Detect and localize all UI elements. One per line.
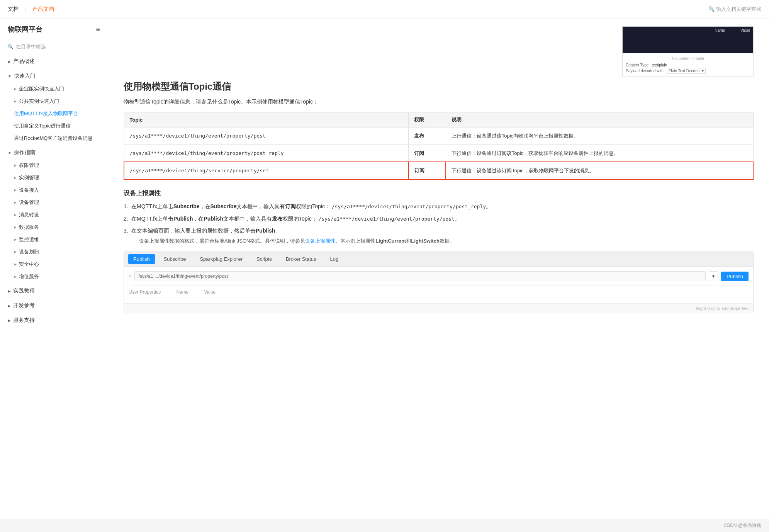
search-icon: 🔍 xyxy=(708,6,715,12)
section-label-quickstart: 快速入门 xyxy=(14,73,36,80)
sidebar-item-device-access[interactable]: ▶ 设备接入 xyxy=(0,184,108,196)
cell-topic-1: /sys/a1****/device1/thing/event/property… xyxy=(124,127,409,145)
steps-list: 在MQTT.fx上单击Subscribe，在Subscribe文本框中，输入具有… xyxy=(124,202,754,245)
section-operations: ▼ 操作指南 ▶ 权限管理 ▶ 实例管理 ▶ 设备接入 ▶ 设备管理 ▶ 消息转… xyxy=(0,146,108,283)
sidebar-item-instance[interactable]: ▶ 实例管理 xyxy=(0,172,108,184)
top-nav: 文档 | 产品文档 🔍 输入文档关键字查找 xyxy=(0,0,769,19)
item-label: 权限管理 xyxy=(19,162,39,169)
step-3-sub: 设备上报属性数据的格式，需符合标准Alink JSON格式。具体说明，请参见设备… xyxy=(131,237,754,245)
item-label: 公共实例快速入门 xyxy=(19,98,59,105)
search-placeholder: 输入文档关键字查找 xyxy=(716,6,761,12)
item-label: 设备划归 xyxy=(19,248,39,255)
sidebar-item-value-added[interactable]: ▶ 增值服务 xyxy=(0,270,108,283)
sub-arrow-icon: ▶ xyxy=(14,225,17,229)
item-label: 企业版实例快速入门 xyxy=(19,85,64,92)
section-title-support[interactable]: ▶ 服务支持 xyxy=(0,314,108,327)
sub-arrow-icon: ▶ xyxy=(14,87,17,91)
section-title-quickstart[interactable]: ▼ 快速入门 xyxy=(0,70,108,83)
sidebar-item-monitor[interactable]: ▶ 监控运维 xyxy=(0,233,108,246)
table-row: /sys/a1****/device1/thing/event/property… xyxy=(124,144,753,162)
sidebar-item-custom-topic[interactable]: 使用自定义Topic进行通信 xyxy=(0,120,108,132)
mqtt-bottom-text: Right click to add properties xyxy=(696,306,749,311)
sidebar-item-security[interactable]: ▶ 安全中心 xyxy=(0,258,108,270)
sidebar-search[interactable]: 🔍 在目录中筛选 xyxy=(0,40,108,53)
item-label: 设备管理 xyxy=(19,199,39,206)
sub-arrow-icon: ▶ xyxy=(14,163,17,167)
arrow-icon-support: ▶ xyxy=(8,318,11,323)
mqtt-publish-button[interactable]: Publish xyxy=(721,272,749,281)
section-product-overview: ▶ 产品概述 xyxy=(0,55,108,68)
col-permission: 权限 xyxy=(409,112,446,127)
sidebar-item-rocketmq[interactable]: 通过RocketMQ客户端消费设备消息 xyxy=(0,132,108,144)
section-label-practice: 实践教程 xyxy=(13,287,35,294)
sidebar-item-device-assign[interactable]: ▶ 设备划归 xyxy=(0,246,108,258)
doc-label: 文档 xyxy=(8,6,19,13)
sidebar-item-public[interactable]: ▶ 公共实例快速入门 xyxy=(0,95,108,107)
sub-arrow-icon: ▶ xyxy=(14,262,17,266)
item-label: 消息转发 xyxy=(19,211,39,218)
sidebar-item-permission[interactable]: ▶ 权限管理 xyxy=(0,159,108,172)
mqtt-left-arrow[interactable]: « xyxy=(129,274,131,279)
section-title-product-overview[interactable]: ▶ 产品概述 xyxy=(0,55,108,68)
tab-scripts[interactable]: Scripts xyxy=(251,254,277,264)
sub-arrow-icon: ▶ xyxy=(14,99,17,103)
sidebar-item-enterprise[interactable]: ▶ 企业版实例快速入门 xyxy=(0,83,108,95)
top-screenshot: Name Value No content in table Content T… xyxy=(622,26,754,76)
sidebar-item-msg-forward[interactable]: ▶ 消息转发 xyxy=(0,209,108,221)
section-title-operations[interactable]: ▼ 操作指南 xyxy=(0,146,108,159)
arrow-icon-practice: ▶ xyxy=(8,289,11,293)
mqtt-tabs: Publish Subscribe Sparkplug Explorer Scr… xyxy=(124,252,753,267)
menu-icon[interactable]: ≡ xyxy=(96,25,100,34)
page-intro: 物模型通信Topic的详细信息，请参见什么是Topic。本示例使用物模型通信To… xyxy=(124,97,754,106)
mqtt-url-input[interactable]: /sys/a1..../device1/thing/event/property… xyxy=(134,271,706,281)
sub-arrow-icon: ▶ xyxy=(14,176,17,180)
sub-arrow-icon: ▶ xyxy=(14,201,17,204)
item-label: 实例管理 xyxy=(19,174,39,181)
section-label-ops: 操作指南 xyxy=(14,149,36,156)
sidebar-item-device-mgmt[interactable]: ▶ 设备管理 xyxy=(0,196,108,209)
sub-arrow-icon: ▶ xyxy=(14,238,17,241)
cell-permission-3: 订阅 xyxy=(409,162,446,180)
sub-arrow-icon: ▶ xyxy=(14,250,17,254)
arrow-icon: ▶ xyxy=(8,59,11,64)
cell-permission-2: 订阅 xyxy=(409,144,446,162)
item-label: 通过RocketMQ客户端消费设备消息 xyxy=(14,135,93,142)
sub-arrow-icon: ▶ xyxy=(14,213,17,217)
screenshot-header: Name Value xyxy=(715,28,750,32)
section-label-support: 服务支持 xyxy=(13,317,35,324)
sidebar-header: 物联网平台 ≡ xyxy=(0,19,108,40)
item-label-mqtt: 使用MQTT.fx接入物联网平台 xyxy=(14,110,78,117)
tab-sparkplug[interactable]: Sparkplug Explorer xyxy=(194,254,248,264)
table-header-row: Topic 权限 说明 xyxy=(124,112,753,127)
mqtt-screenshot: Publish Subscribe Sparkplug Explorer Scr… xyxy=(124,252,754,313)
sidebar-item-mqtt[interactable]: 使用MQTT.fx接入物联网平台 xyxy=(0,107,108,120)
tab-broker-status[interactable]: Broker Status xyxy=(280,254,322,264)
step-3: 在文本编辑页面，输入要上报的属性数据，然后单击Publish。 设备上报属性数据… xyxy=(124,226,754,245)
cell-permission-1: 发布 xyxy=(409,127,446,145)
footer-text: CSDN @鱼遇海殇 xyxy=(723,523,761,528)
link-device-report[interactable]: 设备上报属性 xyxy=(305,238,335,244)
search-area[interactable]: 🔍 输入文档关键字查找 xyxy=(708,6,761,13)
tab-subscribe[interactable]: Subscribe xyxy=(158,254,192,264)
item-label: 监控运维 xyxy=(19,236,39,243)
tab-log[interactable]: Log xyxy=(325,254,344,264)
section-title-dev-ref[interactable]: ▶ 开发参考 xyxy=(0,299,108,312)
screenshot-bottom-area: No content in table Content Type text/pl… xyxy=(623,53,753,76)
product-doc-label[interactable]: 产品文档 xyxy=(32,6,54,13)
cell-desc-2: 下行通信：设备通过订阅该Topic，获取物联平台响应设备属性上报的消息。 xyxy=(446,144,753,162)
step-2: 在MQTT.fx上单击Publish，在Publish文本框中，输入具有发布权限… xyxy=(124,214,754,224)
section-title-practice[interactable]: ▶ 实践教程 xyxy=(0,284,108,297)
section-quickstart: ▼ 快速入门 ▶ 企业版实例快速入门 ▶ 公共实例快速入门 使用MQTT.fx接… xyxy=(0,70,108,144)
tab-publish[interactable]: Publish xyxy=(128,254,155,264)
item-label: 安全中心 xyxy=(19,261,39,268)
search-icon-sidebar: 🔍 xyxy=(8,44,14,49)
name-col-label: Name xyxy=(176,289,188,295)
section-title-device-report: 设备上报属性 xyxy=(124,189,754,197)
sidebar-title: 物联网平台 xyxy=(8,25,42,34)
sidebar-item-data-service[interactable]: ▶ 数据服务 xyxy=(0,221,108,233)
sub-arrow-icon: ▶ xyxy=(14,275,17,279)
step-1: 在MQTT.fx上单击Subscribe，在Subscribe文本框中，输入具有… xyxy=(124,202,754,211)
mqtt-dropdown[interactable]: ▾ xyxy=(709,271,718,281)
screenshot-dark-area: Name Value xyxy=(623,27,753,53)
item-label: 设备接入 xyxy=(19,187,39,194)
